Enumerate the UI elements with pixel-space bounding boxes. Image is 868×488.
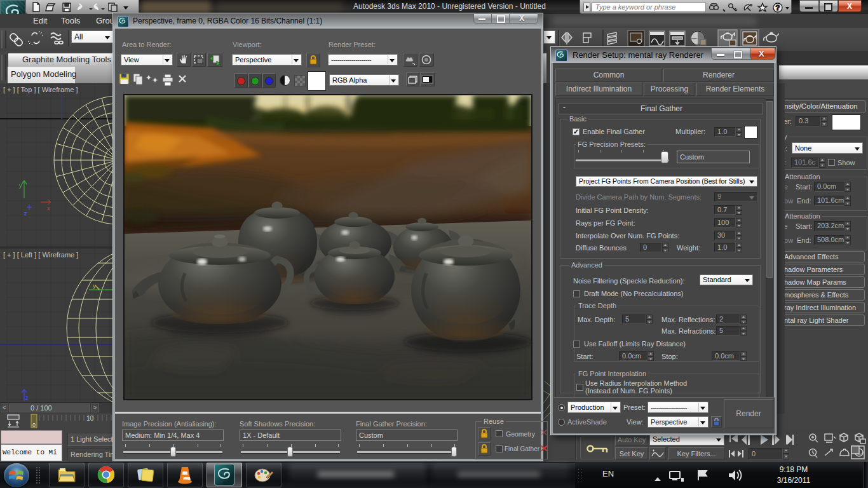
svg-text:z: z [25, 395, 29, 401]
svg-text:y: y [93, 283, 96, 289]
svg-text:z: z [24, 210, 27, 217]
svg-text:0: 0 [32, 422, 36, 428]
svg-text:10: 10 [86, 415, 94, 422]
svg-text:[ + ] [ Top ] [ Wireframe ]: [ + ] [ Top ] [ Wireframe ] [3, 86, 78, 93]
svg-text:y: y [19, 182, 22, 189]
svg-text:x: x [47, 205, 50, 212]
svg-text:?: ? [776, 4, 780, 11]
svg-text:[ + ] [ Left ] [ Wireframe ]: [ + ] [ Left ] [ Wireframe ] [3, 251, 78, 259]
